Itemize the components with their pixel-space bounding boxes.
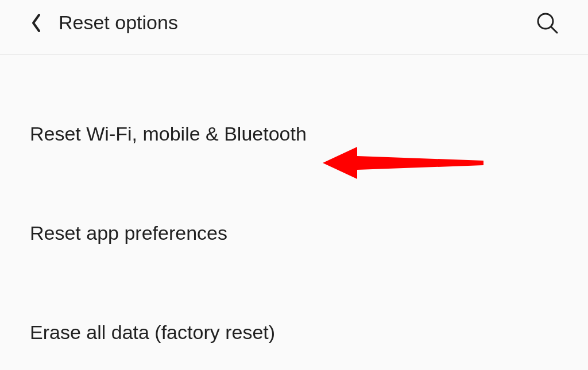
header-left: Reset options [30,11,178,34]
back-icon[interactable] [30,13,42,33]
search-icon[interactable] [536,12,558,34]
svg-line-1 [551,27,557,33]
list-item-label: Reset app preferences [30,222,227,244]
reset-network-option[interactable]: Reset Wi-Fi, mobile & Bluetooth [0,112,588,155]
erase-all-data-option[interactable]: Erase all data (factory reset) [0,311,588,354]
page-title: Reset options [59,11,178,34]
content: Reset Wi-Fi, mobile & Bluetooth Reset ap… [0,55,588,354]
list-item-label: Reset Wi-Fi, mobile & Bluetooth [30,123,307,145]
reset-app-preferences-option[interactable]: Reset app preferences [0,212,588,255]
header: Reset options [0,0,588,55]
list-item-label: Erase all data (factory reset) [30,321,275,343]
